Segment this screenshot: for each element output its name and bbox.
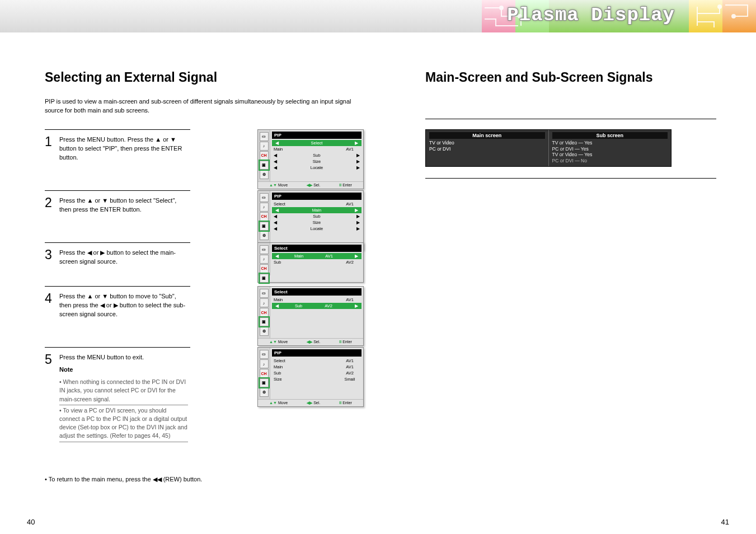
table-cell: TV or Video — Yes — [552, 152, 668, 158]
step-number: 2 — [45, 196, 59, 209]
osd-screenshot: ▭♪CH▣⚙ PIP SelectAV1 ◀Main▶ ◀Sub▶ ◀Size▶… — [257, 190, 364, 250]
svg-point-3 — [732, 15, 735, 18]
step: 4 Press the ▲ or ▼ button to move to "Su… — [45, 286, 369, 336]
table-cell: TV or Video — Yes — [552, 140, 668, 146]
section-title: Selecting an External Signal — [45, 70, 369, 85]
divider — [45, 286, 190, 287]
note-label: Note — [59, 366, 188, 374]
step: 5 Press the MENU button to exit. Note • … — [45, 347, 369, 458]
table-header: Sub screen — [552, 132, 668, 139]
brand-title: Plasma Display — [507, 4, 675, 26]
table-cell: PC or DVI — Yes — [552, 146, 668, 152]
step-body: Press the ▲ or ▼ button to move to "Sub"… — [59, 292, 188, 319]
osd-icon-picture: ▭ — [260, 132, 269, 141]
divider — [45, 190, 190, 191]
left-column: Selecting an External Signal PIP is used… — [45, 70, 369, 483]
divider — [425, 119, 716, 119]
step-body: Press the MENU button. Press the ▲ or ▼ … — [59, 135, 188, 162]
step-body: Press the MENU button to exit. Note • Wh… — [59, 353, 188, 442]
osd-title: PIP — [272, 132, 361, 139]
step: 1 Press the MENU button. Press the ▲ or … — [45, 129, 369, 179]
step-body: Press the ◀ or ▶ button to select the ma… — [59, 249, 188, 266]
osd-screenshot: ▭♪CH▣ Select ◀MainAV1▶ SubAV2 — [257, 242, 364, 283]
osd-icon-setup: ⚙ — [260, 170, 269, 179]
svg-point-1 — [500, 6, 503, 10]
circuit-icon — [692, 2, 753, 30]
step: 2 Press the ▲ or ▼ button to select "Sel… — [45, 190, 369, 231]
page-number: 40 — [27, 518, 35, 526]
table-cell: PC or DVI — No — [552, 158, 668, 164]
step-number: 5 — [45, 353, 59, 366]
table-header: Main screen — [429, 132, 545, 139]
pip-compatibility-table: Main screen TV or Video PC or DVI Sub sc… — [425, 129, 672, 167]
osd-screenshot: ▭♪CH▣⚙ Select MainAV1 ◀SubAV2▶ ▲▼Move ◀▶… — [257, 286, 364, 346]
intro-text: PIP is used to view a main-screen and su… — [45, 97, 369, 115]
osd-icon-sound: ♪ — [260, 142, 269, 151]
outro-text: • To return to the main menu, press the … — [45, 476, 369, 483]
notes-list: • When nothing is connected to the PC IN… — [59, 377, 188, 442]
step: 3 Press the ◀ or ▶ button to select the … — [45, 242, 369, 283]
list-item: • When nothing is connected to the PC IN… — [59, 377, 188, 405]
osd-screenshot: ▭♪CH▣⚙ PIP SelectAV1 MainAV1 SubAV2 Size… — [257, 347, 364, 407]
list-item: • To view a PC or DVI screen, you should… — [59, 405, 188, 442]
page-header-banner: Plasma Display — [0, 0, 756, 32]
page-number: 41 — [721, 518, 729, 526]
step-body: Press the ▲ or ▼ button to select "Selec… — [59, 196, 188, 214]
table-cell: PC or DVI — [429, 146, 545, 152]
step-number: 4 — [45, 292, 59, 305]
step-number: 3 — [45, 249, 59, 261]
osd-screenshot: ▭ ♪ CH ▣ ⚙ PIP ◀Select▶ MainAV1 ◀Sub▶ ◀S… — [257, 129, 364, 189]
right-arrow-icon: ▶ — [355, 140, 358, 146]
section-title: Main-Screen and Sub-Screen Signals — [425, 70, 716, 85]
divider — [45, 347, 190, 348]
osd-icon-pip: ▣ — [260, 161, 269, 170]
divider — [425, 178, 716, 179]
left-arrow-icon: ◀ — [275, 140, 279, 146]
right-column: Main-Screen and Sub-Screen Signals Main … — [425, 70, 716, 179]
step-number: 1 — [45, 135, 59, 148]
divider — [45, 129, 190, 130]
svg-point-2 — [718, 5, 721, 8]
osd-icon-channel: CH — [260, 151, 269, 160]
table-cell: TV or Video — [429, 140, 545, 146]
divider — [45, 242, 190, 243]
